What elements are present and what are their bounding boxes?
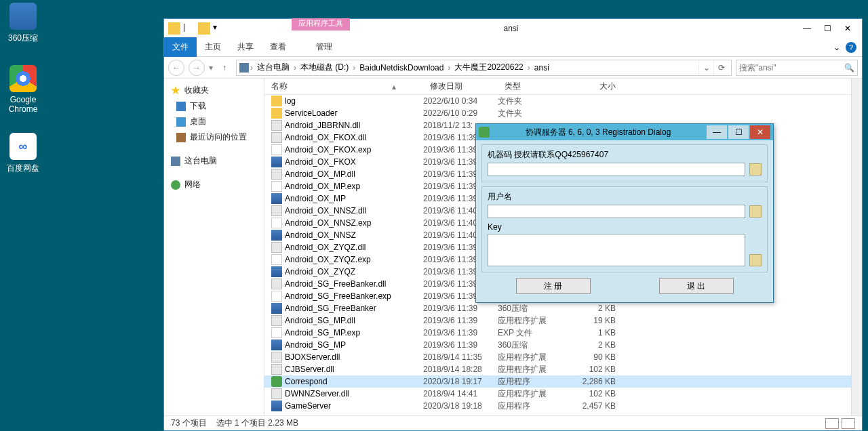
tab-manage[interactable]: 管理 (308, 37, 340, 57)
dialog-title: 协调服务器 6, 6, 0, 3 Registration Dialog (494, 127, 703, 138)
register-button[interactable]: 注 册 (516, 278, 591, 294)
tab-home[interactable]: 主页 (197, 37, 229, 57)
file-type-icon (271, 108, 282, 119)
chevron-right-icon[interactable]: › (294, 63, 296, 73)
file-name: Android_SG_FreeBanker.dll (285, 279, 423, 289)
file-type-icon (271, 205, 282, 216)
file-row[interactable]: Android_SG_MP.dll2019/3/6 11:39应用程序扩展19 … (264, 314, 851, 327)
breadcrumb[interactable]: › 这台电脑 › 本地磁盘 (D:) › BaiduNetdiskDownloa… (236, 60, 732, 76)
maximize-button[interactable]: ☐ (817, 21, 837, 36)
back-button[interactable]: ← (168, 60, 184, 76)
crumb-current[interactable]: ansi (532, 62, 552, 74)
file-name: Android_OX_NNSZ.exp (285, 218, 423, 228)
file-type-icon (271, 254, 282, 265)
file-name: Android_OX_NNSZ (285, 230, 423, 240)
file-type-icon (271, 266, 282, 277)
crumb-folder[interactable]: 大牛魔王20220622 (452, 60, 526, 75)
chevron-right-icon[interactable]: › (353, 63, 355, 73)
scrollbar[interactable] (851, 79, 862, 415)
file-row[interactable]: ServiceLoader2022/6/10 0:29文件夹 (264, 107, 851, 119)
chevron-right-icon[interactable]: › (250, 63, 253, 73)
sidebar-desktop[interactable]: 桌面 (164, 114, 264, 129)
address-bar: ← → ▾ ↑ › 这台电脑 › 本地磁盘 (D:) › BaiduNetdis… (164, 57, 862, 79)
file-row[interactable]: Android_SG_FreeBanker2019/3/6 11:39360压缩… (264, 302, 851, 314)
sidebar-downloads[interactable]: 下载 (164, 98, 264, 114)
titlebar[interactable]: | ▾ ansi — ☐ ✕ (164, 19, 862, 38)
file-row[interactable]: CJBServer.dll2018/9/14 18:28应用程序扩展102 KB (264, 363, 851, 375)
search-input[interactable] (739, 63, 844, 73)
view-details-button[interactable] (825, 418, 839, 429)
file-type-icon (271, 315, 282, 326)
paste-username-button[interactable] (749, 205, 762, 218)
key-input[interactable] (488, 234, 745, 266)
address-dropdown[interactable]: ⌄ (698, 60, 713, 75)
file-row[interactable]: Android_SG_MP2019/3/6 11:39360压缩2 KB (264, 339, 851, 351)
file-row[interactable]: BJOXServer.dll2018/9/14 11:35应用程序扩展90 KB (264, 351, 851, 363)
file-name: Android_OX_NNSZ.dll (285, 206, 423, 216)
tab-view[interactable]: 查看 (262, 37, 294, 57)
column-type[interactable]: 类型 (498, 81, 568, 92)
file-type-icon (271, 279, 282, 289)
file-type-icon (271, 144, 282, 155)
download-icon (176, 102, 186, 111)
help-icon[interactable]: ? (846, 42, 856, 53)
close-button[interactable]: ✕ (837, 21, 858, 36)
pc-icon (239, 63, 249, 73)
file-type-icon (271, 327, 282, 338)
column-name[interactable]: 名称▴ (264, 81, 423, 92)
sidebar-recent[interactable]: 最近访问的位置 (164, 129, 264, 145)
crumb-folder[interactable]: BaiduNetdiskDownload (357, 62, 446, 74)
file-row[interactable]: DWNNZServer.dll2018/9/4 14:41应用程序扩展102 K… (264, 388, 851, 400)
file-type: EXP 文件 (498, 327, 568, 339)
chevron-right-icon[interactable]: › (448, 63, 450, 73)
tab-file[interactable]: 文件 (164, 37, 197, 57)
file-row[interactable]: GameServer2020/3/18 19:18应用程序2,457 KB (264, 400, 851, 412)
minimize-button[interactable]: — (797, 21, 817, 36)
view-thumbnails-button[interactable] (842, 418, 855, 429)
file-name: Android_OX_FKOX.exp (285, 145, 423, 155)
dialog-maximize-button[interactable]: ☐ (728, 125, 749, 139)
tab-share[interactable]: 共享 (229, 37, 262, 57)
up-button[interactable]: ↑ (217, 60, 232, 75)
ribbon-expand-icon[interactable]: ⌄ (833, 43, 840, 52)
file-row[interactable]: log2022/6/10 0:34文件夹 (264, 95, 851, 107)
chevron-right-icon[interactable]: › (528, 63, 530, 73)
forward-button[interactable]: → (189, 60, 205, 76)
copy-button[interactable] (749, 163, 762, 176)
dialog-titlebar[interactable]: 协调服务器 6, 6, 0, 3 Registration Dialog — ☐… (476, 124, 773, 140)
dialog-close-button[interactable]: ✕ (750, 125, 770, 139)
file-name: DWNNZServer.dll (285, 389, 423, 398)
file-name: Android_SG_FreeBanker (285, 304, 423, 313)
sidebar-this-pc[interactable]: 这台电脑 (164, 153, 264, 169)
username-input[interactable] (488, 205, 745, 218)
history-dropdown[interactable]: ▾ (209, 63, 213, 73)
file-name: Android_OX_MP.dll (285, 169, 423, 179)
search-box[interactable]: 🔍 (736, 60, 858, 76)
file-name: BJOXServer.dll (285, 352, 423, 362)
dialog-minimize-button[interactable]: — (707, 125, 727, 139)
file-row[interactable]: Correspond2020/3/18 19:17应用程序2,286 KB (264, 375, 851, 388)
refresh-button[interactable]: ⟳ (713, 60, 728, 75)
crumb-drive[interactable]: 本地磁盘 (D:) (298, 60, 351, 75)
crumb-this-pc[interactable]: 这台电脑 (254, 60, 292, 75)
desktop-icon-360zip[interactable]: 360压缩 (3, 3, 43, 44)
file-type: 360压缩 (498, 303, 568, 314)
star-icon (171, 86, 180, 96)
sidebar-network[interactable]: 网络 (164, 177, 264, 192)
desktop-icon-chrome[interactable]: Google Chrome (3, 65, 43, 114)
file-row[interactable]: Android_SG_MP.exp2019/3/6 11:39EXP 文件1 K… (264, 327, 851, 339)
machine-code-field[interactable] (488, 163, 745, 176)
qat-dropdown[interactable]: ▾ (213, 22, 225, 35)
column-date[interactable]: 修改日期 (423, 81, 498, 92)
paste-key-button[interactable] (749, 254, 762, 266)
sort-indicator-icon: ▴ (392, 82, 396, 91)
column-size[interactable]: 大小 (568, 81, 629, 92)
exit-button[interactable]: 退 出 (659, 278, 734, 294)
file-name: CJBServer.dll (285, 365, 423, 374)
search-icon[interactable]: 🔍 (844, 63, 854, 73)
file-type-icon (271, 181, 282, 192)
file-type-icon (271, 169, 282, 180)
desktop-icon-baidu[interactable]: ∞ 百度网盘 (3, 133, 43, 174)
folder-open-icon[interactable] (198, 22, 210, 35)
sidebar-favorites[interactable]: 收藏夹 (164, 83, 264, 98)
